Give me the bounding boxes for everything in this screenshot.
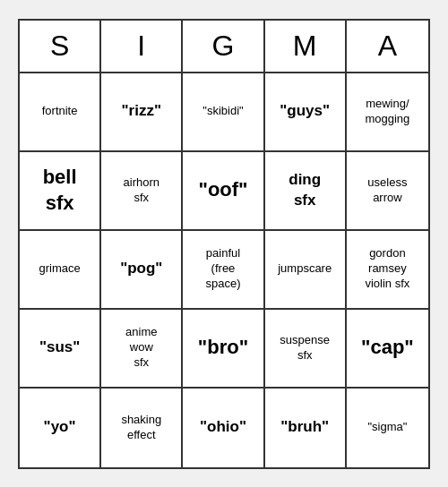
bingo-cell: animewowsfx xyxy=(101,310,183,389)
header-letter: M xyxy=(265,21,347,72)
bingo-cell: "rizz" xyxy=(101,73,183,152)
header-letter: I xyxy=(101,21,183,72)
bingo-cell: suspensesfx xyxy=(265,310,347,389)
bingo-cell: shakingeffect xyxy=(101,389,183,467)
bingo-cell: "bro" xyxy=(183,310,264,389)
bingo-header: SIGMA xyxy=(20,21,428,73)
bingo-cell: "yo" xyxy=(20,389,101,467)
bingo-cell: "ohio" xyxy=(183,389,264,467)
bingo-cell: airhornsfx xyxy=(101,152,183,231)
bingo-cell: mewing/mogging xyxy=(347,73,428,152)
header-letter: G xyxy=(183,21,264,72)
bingo-cell: bellsfx xyxy=(20,152,101,231)
bingo-cell: dingsfx xyxy=(265,152,347,231)
bingo-cell: "guys" xyxy=(265,73,347,152)
bingo-cell: "sigma" xyxy=(347,389,428,467)
bingo-cell: "skibidi" xyxy=(183,73,264,152)
bingo-cell: jumpscare xyxy=(265,231,347,310)
bingo-cell: uselessarrow xyxy=(347,152,428,231)
bingo-cell: fortnite xyxy=(20,73,101,152)
bingo-cell: "pog" xyxy=(101,231,183,310)
bingo-card: SIGMA fortnite"rizz""skibidi""guys"mewin… xyxy=(18,19,430,469)
bingo-cell: "bruh" xyxy=(265,389,347,467)
bingo-cell: painful(freespace) xyxy=(183,231,264,310)
bingo-cell: "sus" xyxy=(20,310,101,389)
bingo-grid: fortnite"rizz""skibidi""guys"mewing/mogg… xyxy=(20,73,428,467)
bingo-cell: "oof" xyxy=(183,152,264,231)
header-letter: A xyxy=(347,21,428,72)
bingo-cell: gordonramseyviolin sfx xyxy=(347,231,428,310)
bingo-cell: grimace xyxy=(20,231,101,310)
header-letter: S xyxy=(20,21,101,72)
bingo-cell: "cap" xyxy=(347,310,428,389)
